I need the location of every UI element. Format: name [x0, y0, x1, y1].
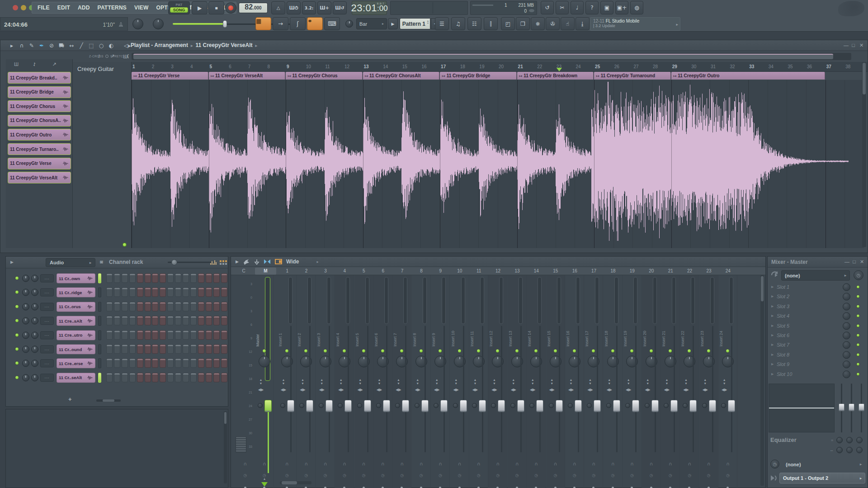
step-cell[interactable]	[106, 302, 113, 311]
slot-mix-knob[interactable]	[843, 371, 850, 378]
channel-volume-knob[interactable]	[31, 275, 38, 282]
step-cell[interactable]	[198, 330, 204, 340]
headphones-icon[interactable]: ∩	[642, 461, 661, 466]
play-button[interactable]: ▶	[192, 1, 208, 14]
picker-item[interactable]: 11 CreepyGtr Bridge	[8, 86, 71, 98]
step-cell[interactable]	[213, 302, 220, 311]
step-cell[interactable]	[106, 330, 113, 340]
metronome-button[interactable]: △	[271, 1, 285, 14]
slot-mix-knob[interactable]	[843, 283, 850, 291]
step-cell[interactable]	[183, 344, 189, 354]
pan-arrows[interactable]: ◀▶	[395, 388, 401, 392]
volume-fader[interactable]	[651, 400, 659, 412]
step-cell[interactable]	[106, 316, 113, 325]
step-cell[interactable]	[122, 316, 128, 325]
mixer-column-number[interactable]: 7	[392, 268, 411, 273]
track-mute-led[interactable]	[342, 349, 346, 353]
step-cell[interactable]	[129, 287, 136, 297]
channel-button[interactable]: 11 Cr..seAlt	[57, 373, 95, 383]
channel-pan-knob[interactable]	[22, 346, 29, 353]
mute-icon[interactable]: ⛟	[57, 42, 66, 50]
headphones-icon[interactable]: ∩	[450, 461, 469, 466]
fader-mini-knob[interactable]	[529, 403, 534, 408]
track-mute-led[interactable]	[553, 349, 557, 353]
playlist-titlebar[interactable]: ▸∩✎✒⊘⛟↔╱⬚○◐◁▸ Playlist - Arrangement▸11 …	[0, 40, 868, 51]
volume-fader[interactable]	[709, 400, 716, 412]
step-cell[interactable]	[122, 273, 128, 283]
step-cell[interactable]	[206, 302, 212, 311]
fader-mini-knob[interactable]	[683, 403, 688, 408]
mixer-column-number[interactable]: 24	[718, 268, 737, 273]
channel-selector[interactable]	[98, 273, 101, 283]
channel-pan-knob[interactable]	[22, 289, 29, 296]
stereo-sep-arrows[interactable]: ▲ ▼	[299, 378, 306, 385]
step-cell[interactable]	[129, 344, 136, 354]
channel-button[interactable]: 11 Cre..erse	[57, 358, 95, 368]
stereo-sep-arrows[interactable]: ▲ ▼	[472, 378, 478, 385]
stereo-sep-arrows[interactable]: ▲ ▼	[702, 378, 708, 385]
detach-icon[interactable]	[254, 259, 259, 265]
fader-mini-knob[interactable]	[415, 403, 420, 408]
audio-clip[interactable]: ↦11 CreepyGtr Outro	[671, 72, 825, 80]
track-mute-led[interactable]	[285, 349, 289, 353]
slot-mix-knob[interactable]	[843, 332, 850, 339]
playback-icon[interactable]: ◐	[106, 42, 116, 50]
volume-fader[interactable]	[440, 400, 448, 412]
step-cell[interactable]	[167, 373, 174, 382]
step-cell[interactable]	[145, 344, 151, 354]
tempo-display[interactable]: 82.000	[239, 3, 268, 13]
zoom-icon[interactable]: ○	[96, 42, 106, 50]
step-cell[interactable]	[137, 330, 143, 340]
audio-clip[interactable]: ↦11 CreepyGtr ChorusAlt	[363, 72, 440, 80]
step-cell[interactable]	[152, 287, 158, 297]
rack-hscrollbar[interactable]	[96, 399, 121, 402]
stereo-sep-arrows[interactable]: ▲ ▼	[319, 378, 325, 385]
step-cell[interactable]	[206, 358, 212, 368]
input-record-clock-button[interactable]: ◷	[854, 270, 863, 280]
step-cell[interactable]	[129, 302, 136, 311]
step-cell[interactable]	[175, 302, 181, 311]
headphones-icon[interactable]: ∩	[392, 461, 411, 466]
remote-button[interactable]: ✇	[546, 17, 560, 30]
pan-arrows[interactable]: ◀▶	[338, 388, 344, 392]
record-button[interactable]	[225, 2, 236, 14]
step-cell[interactable]	[190, 273, 197, 283]
channel-pan-knob[interactable]	[22, 374, 29, 381]
step-cell[interactable]	[114, 330, 120, 340]
insert-strip[interactable]: Insert 23▲ ▼◀▶∩◷▵	[699, 275, 718, 488]
master-column-label[interactable]: M	[255, 267, 276, 275]
headphones-icon[interactable]: ∩	[255, 461, 274, 466]
channel-selector[interactable]	[98, 358, 101, 368]
view-icon[interactable]	[275, 259, 282, 264]
mixer-column-number[interactable]: 4	[335, 268, 354, 273]
fader-mini-knob[interactable]	[258, 403, 263, 408]
track-mute-led[interactable]	[262, 349, 266, 353]
step-cell[interactable]	[145, 273, 151, 283]
step-cell[interactable]	[137, 373, 143, 382]
mixer-column-number[interactable]: 3	[316, 268, 335, 273]
timeline-ruler[interactable]: 1234567891011121314151617181920212223242…	[132, 62, 868, 72]
cut-button[interactable]: ✂	[556, 1, 569, 14]
volume-fader[interactable]	[287, 400, 294, 412]
step-cell[interactable]	[122, 373, 128, 382]
step-cell[interactable]	[137, 287, 143, 297]
volume-fader[interactable]	[364, 400, 371, 412]
slot-mix-knob[interactable]	[843, 361, 850, 368]
headphones-icon[interactable]: ∩	[508, 461, 527, 466]
paint-brush-icon[interactable]: ✒	[37, 42, 47, 50]
picker-item[interactable]: 11 CreepyGtr ChorusA..	[8, 115, 71, 127]
channel-volume-knob[interactable]	[31, 317, 38, 324]
volume-fader[interactable]	[575, 400, 582, 412]
mixer-column-number[interactable]: 19	[623, 268, 642, 273]
song-label[interactable]: SONG	[170, 7, 188, 13]
volume-fader[interactable]	[479, 400, 486, 412]
delay-clock-icon[interactable]: ◷	[297, 473, 316, 478]
step-cell[interactable]	[160, 344, 166, 354]
browser-button[interactable]: ◰	[501, 17, 515, 30]
step-cell[interactable]	[137, 273, 143, 283]
link-button[interactable]: ⚭	[307, 17, 323, 30]
step-cell[interactable]	[122, 302, 128, 311]
mixer-column-number[interactable]: 6	[373, 268, 392, 273]
headphones-icon[interactable]: ∩	[623, 461, 642, 466]
step-cell[interactable]	[129, 273, 136, 283]
